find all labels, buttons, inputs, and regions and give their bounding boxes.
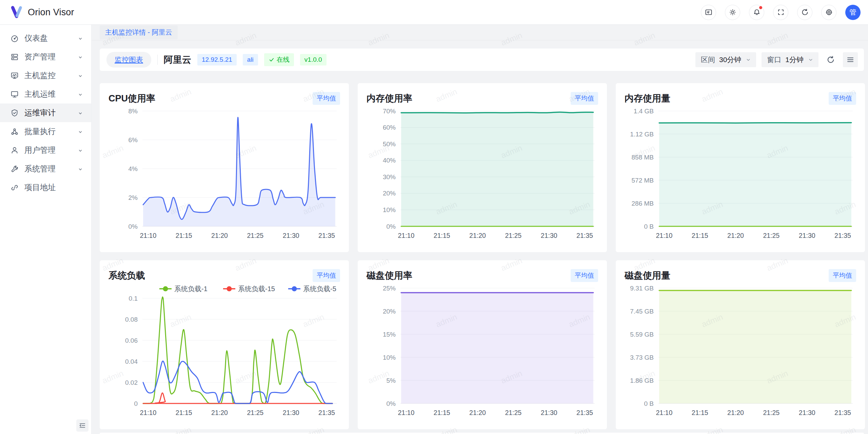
legend-item[interactable]: 系统负载-5 [288,285,336,293]
aggregation-badge: 平均值 [829,92,856,105]
chart-canvas[interactable]: 70%60%50%40%30%20%10%0%21:1021:1521:2021… [367,106,598,242]
window-select[interactable]: 窗口 1分钟 [762,52,818,67]
aggregation-badge: 平均值 [313,92,340,105]
breadcrumb[interactable]: 主机监控详情 - 阿里云 [100,25,178,39]
menu-icon [846,56,854,64]
sidebar-item-batch[interactable]: 批量执行 [0,122,91,141]
chart-canvas[interactable]: 9.31 GB7.45 GB5.59 GB3.73 GB1.86 GB0 B21… [625,283,856,419]
y-tick-label: 0.04 [125,358,138,365]
y-tick-label: 10% [383,206,396,213]
host-status-badge: 在线 [264,53,294,66]
sidebar-item-host-monitor[interactable]: 主机监控 [0,66,91,85]
sidebar-item-users[interactable]: 用户管理 [0,141,91,159]
app-root: Orion Visor 管 仪表盘资产管理主机监控主机运维运维审计批量执行用户管… [0,0,868,434]
chart-title: 内存使用率 [367,92,412,105]
chart-title: CPU使用率 [108,92,155,105]
sidebar-item-host-ops[interactable]: 主机运维 [0,85,91,103]
y-tick-label: 0.1 [129,295,138,302]
sidebar-collapse-button[interactable] [76,419,88,432]
chart-line [659,123,851,123]
batch-icon [10,127,19,136]
y-tick-label: 1.86 GB [630,377,654,384]
code-icon [705,8,713,16]
y-tick-label: 2% [129,194,138,201]
theme-button[interactable] [725,5,740,20]
aggregation-badge: 平均值 [571,92,598,105]
chevron-down-icon [77,72,84,79]
sidebar-item-label: 仪表盘 [24,33,77,43]
chart-layout-button[interactable] [843,52,858,67]
legend-item[interactable]: 系统负载-1 [159,285,208,293]
host-version-badge: v1.0.0 [300,54,327,65]
dashboard-icon [10,34,19,43]
refresh-icon [826,55,835,64]
chart-title: 系统负载 [108,269,145,282]
chevron-down-icon [77,91,84,98]
refresh-button[interactable] [797,5,812,20]
chart-canvas[interactable]: 0.10.080.060.040.02021:1021:1521:2021:25… [108,283,340,419]
chart-line [143,393,332,403]
notifications-button[interactable] [749,5,764,20]
y-tick-label: 0 [134,400,138,407]
theme-icon [729,8,737,16]
chart-canvas[interactable]: 1.4 GB1.12 GB858 MB572 MB286 MB0 B21:102… [625,106,856,242]
x-tick-label: 21:30 [283,409,299,416]
audit-icon [10,109,19,117]
y-tick-label: 3.73 GB [630,354,654,361]
sidebar-item-link[interactable]: 项目地址 [0,178,91,197]
chart-canvas[interactable]: 25%20%15%10%5%0%21:1021:1521:2021:2521:3… [367,283,598,419]
y-tick-label: 0.06 [125,337,138,344]
chart-card-header: 系统负载 平均值 [108,268,340,283]
chevron-down-icon [77,128,84,135]
user-avatar[interactable]: 管 [845,5,861,20]
legend-item[interactable]: 系统负载-15 [223,285,275,293]
y-tick-label: 15% [383,331,396,338]
charts-grid: CPU使用率 平均值 8%6%4%2%0%21:1021:1521:2021:2… [100,83,864,429]
chevron-down-icon [77,54,84,61]
x-tick-label: 21:15 [692,409,708,416]
y-tick-label: 10% [383,354,396,361]
fullscreen-icon [777,8,785,16]
tab-monitor-charts[interactable]: 监控图表 [106,52,151,68]
chevron-down-icon [77,147,84,154]
chart-area [659,290,851,403]
sidebar-item-audit[interactable]: 运维审计 [0,103,91,122]
code-button[interactable] [701,5,716,20]
settings-button[interactable] [821,5,836,20]
settings-icon [825,8,833,16]
dashboard-icon [10,34,19,43]
refresh-charts-button[interactable] [824,53,837,67]
users-icon [10,146,19,155]
x-tick-label: 21:30 [283,232,299,239]
range-select[interactable]: 区间 30分钟 [695,52,756,67]
x-tick-label: 21:15 [176,409,192,416]
legend-label: 系统负载-5 [303,285,336,293]
chart-card-1: 内存使用率 平均值 70%60%50%40%30%20%10%0%21:1021… [358,83,607,252]
y-tick-label: 0% [387,223,396,230]
chart-canvas[interactable]: 8%6%4%2%0%21:1021:1521:2021:2521:3021:35 [108,106,340,242]
chart-title: 磁盘使用量 [625,269,670,282]
sidebar-item-assets[interactable]: 资产管理 [0,48,91,66]
window-select-label: 窗口 [767,55,781,64]
x-tick-label: 21:25 [247,232,263,239]
fullscreen-button[interactable] [773,5,788,20]
x-tick-label: 21:10 [398,232,414,239]
assets-icon [10,53,19,61]
y-tick-label: 572 MB [632,177,654,184]
x-tick-label: 21:30 [541,232,557,239]
sidebar-item-dashboard[interactable]: 仪表盘 [0,29,91,48]
y-tick-label: 8% [129,108,138,115]
sidebar-item-system[interactable]: 系统管理 [0,159,91,178]
y-tick-label: 7.45 GB [630,308,654,315]
chevron-down-icon [77,129,84,135]
menu-fold-icon [79,422,86,429]
x-tick-label: 21:20 [727,232,744,239]
logo[interactable]: Orion Visor [9,5,74,19]
sidebar-item-label: 主机监控 [24,70,77,81]
chart-card-header: 磁盘使用量 平均值 [625,268,856,283]
aggregation-badge: 平均值 [829,269,856,282]
chart-title: 内存使用量 [625,92,670,105]
y-tick-label: 6% [129,136,138,144]
system-icon [10,165,19,173]
chevron-down-icon [808,57,814,63]
